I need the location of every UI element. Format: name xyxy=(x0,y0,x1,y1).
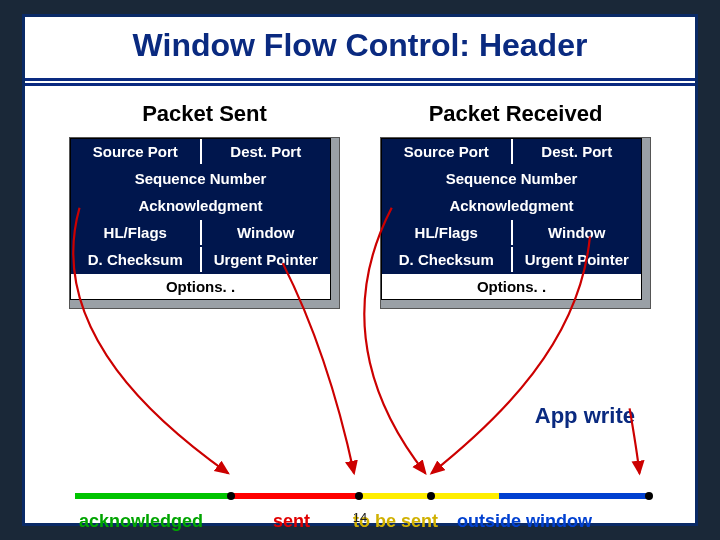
packet-sent-header-box: Source Port Dest. Port Sequence Number A… xyxy=(69,137,340,309)
field-hl-flags: HL/Flags xyxy=(71,220,202,245)
packet-sent-column: Packet Sent Source Port Dest. Port Seque… xyxy=(69,95,340,309)
packet-sent-heading: Packet Sent xyxy=(69,95,340,137)
boundary-dot xyxy=(227,492,235,500)
columns: Packet Sent Source Port Dest. Port Seque… xyxy=(25,93,695,309)
slide-title: Window Flow Control: Header xyxy=(25,17,695,78)
table-row: Acknowledgment xyxy=(382,193,641,220)
packet-sent-header-inner: Source Port Dest. Port Sequence Number A… xyxy=(70,138,331,300)
field-options: Options. . xyxy=(71,274,330,299)
field-source-port: Source Port xyxy=(71,139,202,164)
field-urgent-pointer: Urgent Pointer xyxy=(513,247,642,272)
field-dest-port: Dest. Port xyxy=(202,139,331,164)
field-acknowledgment: Acknowledgment xyxy=(382,193,641,218)
segment-acknowledged xyxy=(75,493,231,499)
table-row: Source Port Dest. Port xyxy=(71,139,330,166)
app-write-label: App write xyxy=(535,403,635,429)
field-hl-flags: HL/Flags xyxy=(382,220,513,245)
field-window: Window xyxy=(513,220,642,245)
packet-received-heading: Packet Received xyxy=(380,95,651,137)
table-row: D. Checksum Urgent Pointer xyxy=(71,247,330,274)
table-row: Options. . xyxy=(382,274,641,299)
boundary-dot xyxy=(427,492,435,500)
table-row: HL/Flags Window xyxy=(382,220,641,247)
table-row: Sequence Number xyxy=(382,166,641,193)
segment-outside-window xyxy=(499,493,651,499)
segment-sent xyxy=(231,493,359,499)
table-row: Sequence Number xyxy=(71,166,330,193)
slide-inner: Window Flow Control: Header Packet Sent … xyxy=(22,14,698,526)
field-source-port: Source Port xyxy=(382,139,513,164)
field-checksum: D. Checksum xyxy=(71,247,202,272)
packet-received-header-inner: Source Port Dest. Port Sequence Number A… xyxy=(381,138,642,300)
page-number: 14 xyxy=(25,510,695,525)
divider xyxy=(25,83,695,86)
field-sequence-number: Sequence Number xyxy=(382,166,641,191)
packet-received-column: Packet Received Source Port Dest. Port S… xyxy=(380,95,651,309)
table-row: Options. . xyxy=(71,274,330,299)
slide-body: Packet Sent Source Port Dest. Port Seque… xyxy=(25,93,695,523)
table-row: D. Checksum Urgent Pointer xyxy=(382,247,641,274)
table-row: HL/Flags Window xyxy=(71,220,330,247)
divider xyxy=(25,78,695,81)
field-window: Window xyxy=(202,220,331,245)
field-urgent-pointer: Urgent Pointer xyxy=(202,247,331,272)
table-row: Source Port Dest. Port xyxy=(382,139,641,166)
table-row: Acknowledgment xyxy=(71,193,330,220)
boundary-dot xyxy=(355,492,363,500)
slide: Window Flow Control: Header Packet Sent … xyxy=(0,0,720,540)
send-window-timeline xyxy=(75,493,645,499)
field-options: Options. . xyxy=(382,274,641,299)
field-acknowledgment: Acknowledgment xyxy=(71,193,330,218)
boundary-dot xyxy=(645,492,653,500)
packet-received-header-box: Source Port Dest. Port Sequence Number A… xyxy=(380,137,651,309)
field-sequence-number: Sequence Number xyxy=(71,166,330,191)
field-checksum: D. Checksum xyxy=(382,247,513,272)
field-dest-port: Dest. Port xyxy=(513,139,642,164)
